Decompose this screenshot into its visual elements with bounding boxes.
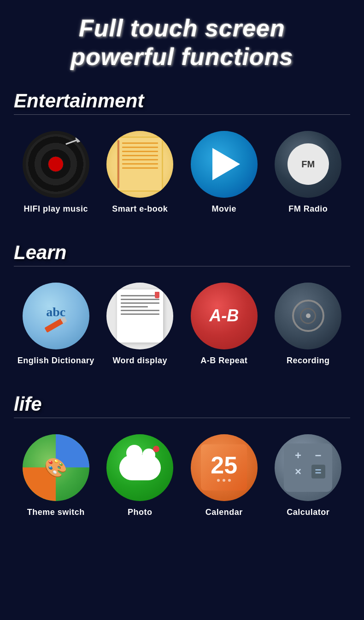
app-fm[interactable]: FM FM Radio: [269, 131, 347, 214]
record-inner: [300, 308, 316, 324]
word-icon: [106, 283, 173, 349]
word-line: [121, 310, 159, 311]
app-theme[interactable]: 🎨 Theme switch: [17, 434, 95, 517]
calc-minus: −: [315, 449, 321, 462]
calculator-icon: + − × =: [275, 434, 341, 501]
photo-content: [106, 434, 173, 501]
ab-icon: A-B: [191, 283, 258, 349]
calc-plus: +: [295, 449, 301, 462]
cal-number: 25: [211, 453, 237, 477]
ab-text: A-B: [209, 306, 239, 325]
notebook-line: [122, 151, 158, 152]
ebook-icon: [106, 131, 173, 198]
notebook-line: [122, 167, 158, 169]
theme-icon: 🎨: [23, 434, 89, 501]
entertainment-divider: [14, 114, 350, 115]
header-title: Full touch screen powerful functions: [9, 14, 355, 71]
word-line: [121, 302, 159, 304]
ab-label: A-B Repeat: [200, 356, 247, 366]
fm-text: FM: [301, 159, 315, 170]
theme-content: 🎨: [23, 434, 89, 501]
cloud-graphic: [119, 455, 161, 480]
entertainment-section: Entertainment HIFI play music: [0, 81, 364, 232]
word-line: [121, 295, 159, 296]
hifi-label: HIFI play music: [23, 204, 88, 214]
header-section: Full touch screen powerful functions: [0, 0, 364, 81]
header-line1: Full touch screen: [79, 15, 285, 41]
app-calculator[interactable]: + − × = Calculator: [269, 434, 347, 517]
record-dot: [306, 313, 311, 318]
app-calendar[interactable]: 25 Calendar: [185, 434, 263, 517]
learn-grid: abc English Dictionary Word display: [14, 278, 350, 375]
cal-display: 25: [201, 444, 247, 490]
app-ebook[interactable]: Smart e-book: [101, 131, 179, 214]
brush-icon: 🎨: [44, 457, 67, 478]
photo-icon: [106, 434, 173, 501]
movie-label: Movie: [211, 204, 236, 214]
notebook-line: [122, 159, 158, 160]
word-line: [121, 306, 148, 307]
notebook-graphic: [117, 136, 163, 192]
life-section: life 🎨 Theme switch Photo: [0, 384, 364, 536]
notebook-line: [122, 142, 158, 144]
recording-label: Recording: [287, 356, 330, 366]
app-photo[interactable]: Photo: [101, 434, 179, 517]
calc-equals: =: [311, 465, 325, 478]
photo-label: Photo: [128, 508, 153, 517]
notebook-line: [122, 147, 158, 148]
life-divider: [14, 418, 350, 418]
cal-dot: [217, 479, 220, 482]
app-movie[interactable]: Movie: [185, 131, 263, 214]
play-button-graphic: [212, 148, 240, 180]
cal-dot: [223, 479, 225, 482]
app-dict[interactable]: abc English Dictionary: [17, 283, 95, 366]
app-hifi[interactable]: HIFI play music: [17, 131, 95, 214]
word-doc-graphic: [117, 289, 163, 342]
cal-dot: [228, 479, 231, 482]
dict-content: abc: [44, 305, 67, 327]
app-recording[interactable]: Recording: [269, 283, 347, 366]
header-line2: powerful functions: [70, 43, 293, 70]
word-line: [121, 313, 159, 315]
dict-icon: abc: [23, 283, 89, 349]
vinyl-needle: [66, 139, 79, 145]
app-word[interactable]: Word display: [101, 283, 179, 366]
learn-title: Learn: [14, 242, 350, 264]
fm-display: FM: [288, 143, 329, 185]
cal-dots: [217, 479, 231, 482]
theme-label: Theme switch: [27, 508, 85, 517]
app-ab[interactable]: A-B A-B Repeat: [185, 283, 263, 366]
calculator-label: Calculator: [287, 508, 329, 517]
learn-section: Learn abc English Dictionary: [0, 232, 364, 384]
word-label: Word display: [112, 356, 167, 366]
fm-icon: FM: [275, 131, 341, 198]
notebook-spine: [117, 140, 119, 188]
dict-label: English Dictionary: [18, 356, 94, 366]
life-title: life: [14, 393, 350, 415]
learn-divider: [14, 266, 350, 266]
vinyl-disc: [26, 134, 86, 194]
entertainment-grid: HIFI play music Smart e-book: [14, 126, 350, 223]
ebook-label: Smart e-book: [112, 204, 168, 214]
entertainment-title: Entertainment: [14, 90, 350, 112]
movie-icon: [191, 131, 258, 198]
hifi-icon: [23, 131, 89, 198]
calc-multiply: ×: [295, 465, 301, 478]
life-grid: 🎨 Theme switch Photo 25: [14, 430, 350, 526]
calc-display: + − × =: [284, 443, 332, 492]
fm-label-text: FM Radio: [288, 204, 328, 214]
photo-dot: [153, 446, 159, 452]
calendar-label: Calendar: [205, 508, 243, 517]
recording-icon: [275, 283, 341, 349]
notebook-line: [122, 155, 158, 156]
calendar-icon: 25: [191, 434, 258, 501]
word-line: [121, 299, 159, 300]
notebook-line: [122, 163, 158, 165]
record-circle: [292, 300, 324, 332]
